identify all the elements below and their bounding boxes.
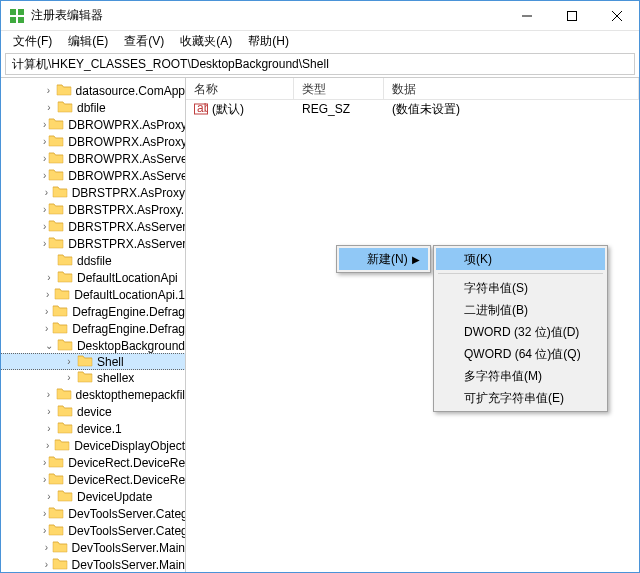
minimize-button[interactable] (504, 1, 549, 30)
ctx-item[interactable]: DWORD (32 位)值(D) (436, 321, 605, 343)
tree-label: DevToolsServer.Main (72, 558, 185, 572)
menu-file[interactable]: 文件(F) (5, 31, 60, 52)
ctx-new-label: 新建(N) (367, 251, 408, 268)
chevron-right-icon[interactable]: › (43, 508, 46, 520)
value-name: (默认) (212, 102, 244, 116)
tree-item[interactable]: ›device.1 (1, 420, 185, 437)
tree-item[interactable]: ⌄DesktopBackground (1, 337, 185, 354)
menu-help[interactable]: 帮助(H) (240, 31, 297, 52)
window-controls (504, 1, 639, 30)
chevron-right-icon[interactable]: › (43, 306, 50, 318)
chevron-right-icon[interactable]: › (43, 170, 46, 182)
string-value-icon: ab (194, 102, 208, 116)
svg-rect-1 (18, 9, 24, 15)
chevron-right-icon[interactable]: › (43, 136, 46, 148)
chevron-right-icon[interactable]: › (43, 474, 46, 486)
folder-icon (54, 286, 74, 303)
chevron-right-icon[interactable]: › (43, 221, 46, 233)
main-area: ›datasource.ComApp›dbfile›DBROWPRX.AsPro… (1, 77, 639, 573)
tree-item[interactable]: ›DBROWPRX.AsProxy. (1, 133, 185, 150)
chevron-right-icon[interactable]: › (43, 406, 55, 418)
folder-icon (57, 337, 77, 354)
chevron-right-icon[interactable]: › (43, 272, 55, 284)
tree-item[interactable]: ›shellex (1, 369, 185, 386)
tree-item[interactable]: ›Shell (1, 353, 186, 370)
folder-icon (56, 82, 76, 99)
tree-item[interactable]: ›DBROWPRX.AsProxy (1, 116, 185, 133)
tree-label: DefaultLocationApi (77, 271, 178, 285)
chevron-right-icon[interactable]: › (43, 389, 54, 401)
chevron-right-icon[interactable]: › (43, 119, 46, 131)
ctx-item[interactable]: 二进制值(B) (436, 299, 605, 321)
menu-fav[interactable]: 收藏夹(A) (172, 31, 240, 52)
chevron-right-icon[interactable]: › (43, 440, 52, 452)
chevron-right-icon[interactable]: › (43, 457, 46, 469)
chevron-right-icon[interactable]: › (43, 525, 46, 537)
tree-item[interactable]: ›DBRSTPRX.AsProxy.1 (1, 201, 185, 218)
tree-item[interactable]: ›DBRSTPRX.AsProxy (1, 184, 185, 201)
tree-item[interactable]: ›DevToolsServer.Main (1, 539, 185, 556)
tree-item[interactable]: ›DeviceRect.DeviceRec (1, 454, 185, 471)
menu-view[interactable]: 查看(V) (116, 31, 172, 52)
col-type[interactable]: 类型 (294, 78, 384, 99)
address-bar[interactable]: 计算机\HKEY_CLASSES_ROOT\DesktopBackground\… (5, 53, 635, 75)
chevron-right-icon[interactable]: › (43, 85, 54, 97)
tree-item[interactable]: ›dbfile (1, 99, 185, 116)
tree-item[interactable]: ›DevToolsServer.Categ (1, 522, 185, 539)
col-name[interactable]: 名称 (186, 78, 294, 99)
chevron-right-icon[interactable]: › (63, 372, 75, 384)
close-button[interactable] (594, 1, 639, 30)
chevron-right-icon[interactable] (43, 255, 55, 267)
tree-panel[interactable]: ›datasource.ComApp›dbfile›DBROWPRX.AsPro… (1, 78, 186, 573)
chevron-right-icon[interactable]: › (43, 423, 55, 435)
chevron-right-icon[interactable]: › (43, 491, 55, 503)
tree-item[interactable]: ›desktopthemepackfil (1, 386, 185, 403)
tree-item[interactable]: ›DBROWPRX.AsServer (1, 167, 185, 184)
chevron-right-icon[interactable]: › (43, 153, 46, 165)
ctx-item[interactable]: 可扩充字符串值(E) (436, 387, 605, 409)
tree-item[interactable]: ›DeviceDisplayObject (1, 437, 185, 454)
tree-label: DBRSTPRX.AsProxy (72, 186, 185, 200)
tree-item[interactable]: ›DeviceRect.DeviceRec (1, 471, 185, 488)
col-data[interactable]: 数据 (384, 78, 639, 99)
address-text: 计算机\HKEY_CLASSES_ROOT\DesktopBackground\… (12, 56, 329, 73)
list-row[interactable]: ab(默认) REG_SZ (数值未设置) (186, 100, 639, 118)
window-title: 注册表编辑器 (31, 7, 504, 24)
ctx-new[interactable]: 新建(N) ▶ (339, 248, 428, 270)
tree-item[interactable]: ›DefaultLocationApi.1 (1, 286, 185, 303)
chevron-right-icon[interactable]: › (63, 356, 75, 368)
tree-label: Shell (97, 355, 124, 369)
menu-edit[interactable]: 编辑(E) (60, 31, 116, 52)
chevron-right-icon[interactable]: › (43, 187, 50, 199)
tree-label: DBROWPRX.AsProxy (68, 118, 186, 132)
tree-item[interactable]: ›DevToolsServer.Main (1, 556, 185, 573)
ctx-item[interactable]: 多字符串值(M) (436, 365, 605, 387)
tree-item[interactable]: ›DevToolsServer.Categ (1, 505, 185, 522)
ctx-item[interactable]: QWORD (64 位)值(Q) (436, 343, 605, 365)
chevron-right-icon[interactable]: › (43, 289, 52, 301)
tree-item[interactable]: ›datasource.ComApp (1, 82, 185, 99)
tree-item[interactable]: ›DBROWPRX.AsServer (1, 150, 185, 167)
tree-item[interactable]: ›DefaultLocationApi (1, 269, 185, 286)
ctx-item[interactable]: 字符串值(S) (436, 277, 605, 299)
ctx-item[interactable]: 项(K) (436, 248, 605, 270)
tree-item[interactable]: ›DBRSTPRX.AsServer.1 (1, 235, 185, 252)
tree-item[interactable]: ddsfile (1, 252, 185, 269)
chevron-right-icon[interactable]: › (43, 102, 55, 114)
tree-item[interactable]: ›device (1, 403, 185, 420)
tree-item[interactable]: ›DeviceUpdate (1, 488, 185, 505)
folder-icon (57, 488, 77, 505)
chevron-right-icon[interactable]: › (43, 559, 50, 571)
chevron-right-icon[interactable]: › (43, 542, 50, 554)
svg-rect-2 (10, 17, 16, 23)
maximize-button[interactable] (549, 1, 594, 30)
chevron-right-icon[interactable]: › (43, 323, 50, 335)
tree-item[interactable]: ›DefragEngine.Defrag (1, 320, 185, 337)
tree-item[interactable]: ›DBRSTPRX.AsServer (1, 218, 185, 235)
chevron-down-icon[interactable]: ⌄ (43, 340, 55, 352)
chevron-right-icon[interactable]: › (43, 238, 46, 250)
list-panel[interactable]: 名称 类型 数据 ab(默认) REG_SZ (数值未设置) 新建(N) ▶ 项… (186, 78, 639, 573)
chevron-right-icon[interactable]: › (43, 204, 46, 216)
tree-item[interactable]: ›DefragEngine.Defrag (1, 303, 185, 320)
value-type: REG_SZ (294, 102, 384, 116)
